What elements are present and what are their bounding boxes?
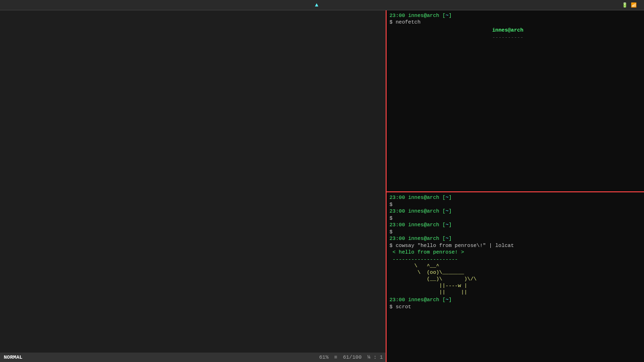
neofetch-prompt: 23:00 innes@arch [~] $ neofetch xyxy=(389,12,641,25)
neofetch-inner: innes@arch ---------- xyxy=(389,27,641,192)
terminal-icon: ▲ xyxy=(315,2,318,8)
terminal-dollar-1: $ xyxy=(389,201,641,208)
terminal-session-1: 23:00 innes@arch [~] xyxy=(389,194,641,201)
status-right: 61% ≡ 61/100 ¼ : 1 xyxy=(319,354,383,360)
terminal-session-2: 23:00 innes@arch [~] xyxy=(389,208,641,215)
terminal-last-cmd: $ scrot xyxy=(389,304,641,311)
terminal-panel[interactable]: 23:00 innes@arch [~] $ 23:00 innes@arch … xyxy=(387,192,644,362)
topbar-right: 🔋 📶 xyxy=(622,2,640,8)
terminal-cowsay-cmd: $ cowsay "hello from penrose\!" | lolcat xyxy=(389,242,641,249)
code-editor[interactable]: NORMAL 61% ≡ 61/100 ¼ : 1 xyxy=(0,10,387,362)
neofetch-cmd: neofetch xyxy=(396,19,421,25)
neofetch-panel: 23:00 innes@arch [~] $ neofetch innes@ar… xyxy=(387,10,644,192)
prompt-time: 23:00 xyxy=(389,13,405,18)
right-panel: 23:00 innes@arch [~] $ neofetch innes@ar… xyxy=(387,10,644,362)
prompt-dollar: $ xyxy=(389,19,396,25)
equals-icon: ≡ xyxy=(334,354,338,360)
status-bar: NORMAL 61% ≡ 61/100 ¼ : 1 xyxy=(0,353,387,362)
prompt-user: innes xyxy=(408,13,424,18)
main-layout: NORMAL 61% ≡ 61/100 ¼ : 1 23:00 innes@ar… xyxy=(0,10,644,362)
neofetch-info: innes@arch ---------- xyxy=(488,27,641,192)
col-position: ¼ : 1 xyxy=(367,354,383,360)
vim-mode: NORMAL xyxy=(4,354,23,360)
terminal-session-4: 23:00 innes@arch [~] xyxy=(389,235,641,242)
line-position: 61/100 xyxy=(343,354,362,360)
battery-icon: 🔋 xyxy=(622,3,627,8)
terminal-dollar-3: $ xyxy=(389,229,641,236)
nf-sep: ---------- xyxy=(492,34,641,41)
cowsay-line1: < hello from penrose! > xyxy=(389,249,641,256)
topbar: ▲ 🔋 📶 xyxy=(0,0,644,10)
scroll-percent: 61% xyxy=(319,354,329,360)
cowsay-output: < hello from penrose! > ----------------… xyxy=(389,249,641,296)
neofetch-logo xyxy=(389,27,488,192)
terminal-session-3: 23:00 innes@arch [~] xyxy=(389,222,641,229)
terminal-last-prompt: 23:00 innes@arch [~] xyxy=(389,296,641,304)
signal-icon: 📶 xyxy=(631,3,636,8)
topbar-center: ▲ xyxy=(315,2,320,8)
cowsay-sep: --------------------- xyxy=(389,256,641,263)
cowsay-art: \ ^__^ \ (oo)\_______ (__)\ )\/\ ||----w… xyxy=(389,263,641,296)
terminal-dollar-2: $ xyxy=(389,215,641,222)
prompt-host: arch xyxy=(427,13,439,18)
nf-username: innes@arch xyxy=(492,27,641,34)
